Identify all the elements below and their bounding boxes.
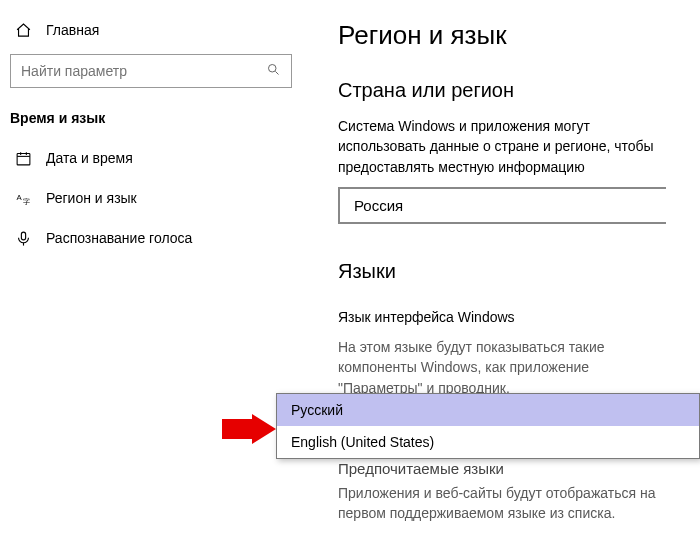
settings-sidebar: Главная Время и язык Дата и время (0, 0, 302, 536)
region-heading: Страна или регион (338, 79, 700, 102)
home-icon (14, 21, 32, 39)
display-language-description: На этом языке будут показываться такие к… (338, 337, 658, 398)
below-dropdown-area: Предпочитаемые языки Приложения и веб-са… (338, 460, 658, 534)
preferred-languages-description: Приложения и веб-сайты будут отображатьс… (338, 483, 658, 524)
sidebar-item-label: Дата и время (46, 150, 133, 166)
microphone-icon (14, 229, 32, 247)
search-box[interactable] (10, 54, 292, 88)
sidebar-item-label: Распознавание голоса (46, 230, 192, 246)
dropdown-option-label: Русский (291, 402, 343, 418)
sidebar-item-region[interactable]: A 字 Регион и язык (0, 178, 302, 218)
page-title: Регион и язык (338, 20, 700, 51)
display-language-label: Язык интерфейса Windows (338, 307, 658, 327)
sidebar-item-datetime[interactable]: Дата и время (0, 138, 302, 178)
country-select[interactable]: Россия (338, 187, 666, 224)
dropdown-option-english[interactable]: English (United States) (277, 426, 699, 458)
sidebar-item-speech[interactable]: Распознавание голоса (0, 218, 302, 258)
sidebar-section-heading: Время и язык (0, 94, 302, 138)
sidebar-item-label: Регион и язык (46, 190, 137, 206)
dropdown-option-russian[interactable]: Русский (277, 394, 699, 426)
svg-text:A: A (16, 192, 22, 201)
sidebar-home[interactable]: Главная (0, 10, 302, 50)
search-icon (266, 62, 281, 80)
sidebar-home-label: Главная (46, 22, 99, 38)
country-select-value: Россия (354, 197, 403, 214)
sidebar-section-label: Время и язык (10, 110, 105, 126)
languages-heading: Языки (338, 260, 700, 283)
search-input[interactable] (21, 63, 266, 79)
preferred-languages-heading: Предпочитаемые языки (338, 460, 658, 477)
svg-rect-2 (17, 153, 30, 164)
language-icon: A 字 (14, 189, 32, 207)
dropdown-option-label: English (United States) (291, 434, 434, 450)
svg-text:字: 字 (22, 198, 29, 206)
region-description: Система Windows и приложения могут испол… (338, 116, 658, 177)
language-dropdown[interactable]: Русский English (United States) (276, 393, 700, 459)
calendar-icon (14, 149, 32, 167)
svg-line-1 (275, 71, 278, 74)
svg-point-0 (269, 65, 277, 73)
svg-rect-8 (21, 232, 25, 240)
